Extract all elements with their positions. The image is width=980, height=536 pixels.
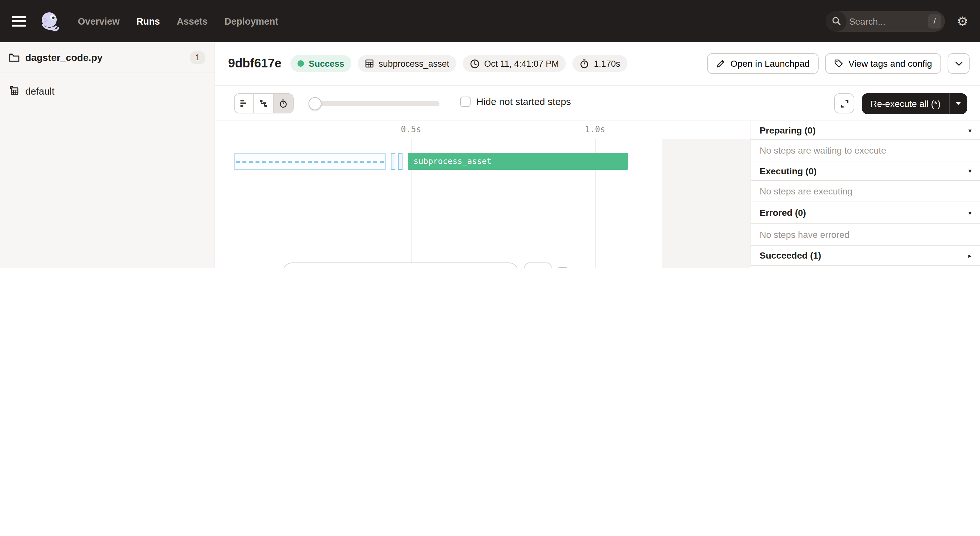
hide-unselected-checkbox[interactable] — [557, 267, 568, 268]
step-status-panel: Preparing (0) ▾ No steps are waiting to … — [751, 121, 980, 266]
clock-icon — [470, 59, 480, 68]
search-box[interactable]: / — [826, 11, 945, 32]
run-more-actions-button[interactable] — [948, 53, 970, 74]
zoom-slider[interactable] — [310, 101, 439, 106]
reexecute-dropdown[interactable] — [950, 102, 967, 106]
job-grid-icon — [9, 86, 19, 96]
search-shortcut-key: / — [928, 14, 941, 28]
view-tags-config-button[interactable]: View tags and config — [825, 53, 941, 74]
panel-caption: No steps have errored — [751, 224, 980, 246]
code-location-label: dagster_code.py — [25, 52, 102, 63]
sidebar-code-location[interactable]: dagster_code.py 1 — [0, 42, 215, 73]
nav-item-overview[interactable]: Overview — [78, 16, 119, 26]
search-icon — [826, 11, 846, 32]
hide-unselected-label: Hide unselected steps — [574, 267, 669, 268]
run-duration-chip: 1.170s — [573, 55, 627, 72]
panel-section-errored[interactable]: Errored (0) ▾ — [751, 202, 980, 224]
gantt-waiting-segment — [398, 153, 402, 170]
gantt-step-bar[interactable]: subprocess_asset — [408, 153, 628, 170]
panel-caption: No steps are executing — [751, 181, 980, 202]
hamburger-menu-icon[interactable] — [12, 16, 26, 26]
top-nav: Overview Runs Assets Deployment / ⚙ — [0, 0, 980, 42]
axis-tick-0-5s: 0.5s — [401, 124, 421, 134]
hide-not-started-label: Hide not started steps — [476, 96, 571, 107]
panel-caption: No steps are waiting to execute — [751, 140, 980, 161]
reexecute-all-button[interactable]: Re-execute all (*) — [862, 93, 967, 114]
run-id: 9dbf617e — [228, 56, 282, 71]
open-in-launchpad-button[interactable]: Open in Launchpad — [707, 53, 819, 74]
hide-not-started-checkbox[interactable] — [460, 96, 471, 107]
chevron-down-icon — [955, 102, 961, 106]
step-subset-input-wrap[interactable] — [283, 262, 519, 268]
dagster-logo — [39, 10, 61, 32]
chevron-down-icon[interactable]: ▾ — [968, 127, 972, 134]
chevron-down-icon — [955, 61, 962, 66]
gantt-section: Hide not started steps Re-execute all (*… — [215, 86, 980, 268]
axis-tick-1-0s: 1.0s — [585, 124, 605, 134]
run-count-badge: 1 — [190, 51, 205, 64]
chevron-down-icon[interactable]: ▾ — [968, 209, 972, 216]
sidebar: dagster_code.py 1 default dagster_code.p… — [0, 42, 215, 268]
run-header: 9dbf617e Success subprocess_asset Oct 11… — [215, 42, 980, 86]
slider-thumb[interactable] — [309, 97, 321, 110]
run-job-chip[interactable]: subprocess_asset — [358, 55, 456, 72]
nav-item-deployment[interactable]: Deployment — [224, 16, 278, 26]
hide-unselected-control: Hide unselected steps — [557, 267, 669, 268]
panel-section-executing[interactable]: Executing (0) ▾ — [751, 161, 980, 181]
tag-icon — [834, 59, 843, 68]
search-input[interactable] — [846, 16, 928, 26]
gantt-view-mode-toggle — [234, 93, 294, 113]
stopwatch-icon — [580, 59, 590, 68]
gear-icon[interactable]: ⚙ — [957, 14, 968, 27]
job-grid-icon — [365, 59, 374, 68]
nav-item-assets[interactable]: Assets — [177, 16, 208, 26]
step-subset-row: Hide unselected steps — [283, 262, 669, 268]
gantt-waiting-span — [234, 153, 386, 170]
main-content: 9dbf617e Success subprocess_asset Oct 11… — [215, 42, 980, 268]
timed-view-icon[interactable] — [274, 94, 293, 113]
gantt-waiting-segment — [391, 153, 395, 170]
step-subset-input[interactable] — [304, 267, 511, 268]
run-status-badge: Success — [291, 55, 352, 72]
expand-icon — [840, 99, 849, 108]
job-label: default — [25, 85, 54, 96]
dagster-run-page: Overview Runs Assets Deployment / ⚙ dags… — [0, 0, 980, 268]
chevron-down-icon[interactable]: ▾ — [968, 167, 972, 174]
sidebar-item-default-job[interactable]: default — [0, 80, 215, 102]
gantt-expand-button[interactable] — [834, 93, 854, 113]
hide-not-started-control: Hide not started steps — [460, 96, 571, 107]
folder-icon — [9, 53, 19, 62]
graph-query-toggle-button[interactable] — [524, 262, 552, 268]
nav-links: Overview Runs Assets Deployment — [78, 16, 278, 26]
pencil-icon — [716, 59, 725, 68]
flat-view-icon[interactable] — [235, 94, 254, 113]
chevron-right-icon[interactable]: ▸ — [968, 252, 972, 259]
gantt-toolbar: Hide not started steps Re-execute all (*… — [215, 86, 980, 121]
run-start-time-chip: Oct 11, 4:41:07 PM — [463, 55, 566, 72]
gantt-overflow-area — [662, 139, 751, 268]
panel-section-succeeded[interactable]: Succeeded (1) ▸ — [751, 246, 980, 266]
panel-section-preparing[interactable]: Preparing (0) ▾ — [751, 121, 980, 140]
status-dot-icon — [298, 60, 304, 67]
waterfall-view-icon[interactable] — [254, 94, 274, 113]
nav-item-runs[interactable]: Runs — [137, 16, 160, 26]
